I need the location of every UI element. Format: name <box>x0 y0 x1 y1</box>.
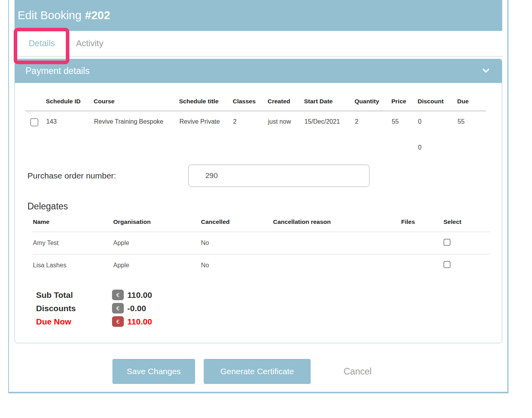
generate-certificate-button[interactable]: Generate Certificate <box>204 359 311 384</box>
cell-delegate-name: Amy Test <box>33 232 113 254</box>
col-organisation: Organisation <box>113 218 201 232</box>
delegate-row: Lisa Lashes Apple No <box>33 254 490 277</box>
select-column-header <box>25 98 46 111</box>
delegate-select-checkbox[interactable] <box>443 261 451 268</box>
cell-created: just now <box>268 111 304 129</box>
modal-title-bar: Edit Booking #202 <box>14 0 502 31</box>
delegates-header-row: Name Organisation Cancelled Cancellation… <box>33 218 490 232</box>
cell-delegate-organisation: Apple <box>113 232 201 254</box>
booking-modal: Edit Booking #202 Details Activity Payme… <box>8 0 508 393</box>
delegates-title: Delegates <box>27 201 502 212</box>
page-title: Edit Booking <box>18 9 81 22</box>
cell-delegate-cancellation-reason <box>273 254 401 277</box>
cell-delegate-organisation: Apple <box>113 254 201 277</box>
col-start-date: Start Date <box>304 98 355 111</box>
cell-course: Revive Training Bespoke <box>94 111 179 129</box>
schedule-table: Schedule ID Course Schedule title Classe… <box>25 98 486 151</box>
cell-delegate-cancelled: No <box>201 254 273 277</box>
action-buttons-row: Save Changes Generate Certificate Cancel <box>112 359 502 384</box>
discount-total-row: 0 <box>25 128 486 151</box>
col-schedule-id: Schedule ID <box>46 98 94 111</box>
col-cancelled: Cancelled <box>201 218 273 232</box>
cell-delegate-files <box>401 254 443 277</box>
col-discount: Discount <box>418 98 457 111</box>
delegate-row: Amy Test Apple No <box>33 232 490 254</box>
save-changes-button[interactable]: Save Changes <box>112 359 195 384</box>
cell-discount-total: 0 <box>418 128 457 151</box>
col-cancellation-reason: Cancellation reason <box>273 218 401 232</box>
col-files: Files <box>401 218 443 232</box>
discounts-value: -0.00 <box>127 304 146 313</box>
due-now-label: Due Now <box>36 317 112 326</box>
euro-icon: € <box>112 316 124 327</box>
col-name: Name <box>33 218 113 232</box>
cell-quantity: 2 <box>355 111 391 129</box>
col-created: Created <box>268 98 304 111</box>
tab-details[interactable]: Details <box>14 38 69 49</box>
tab-bar: Details Activity <box>14 31 502 57</box>
payment-details-panel: Payment details Schedule ID Course Sched… <box>14 59 502 343</box>
delegates-table: Name Organisation Cancelled Cancellation… <box>33 218 490 277</box>
cell-delegate-cancellation-reason <box>273 232 401 254</box>
cancel-link[interactable]: Cancel <box>344 366 372 377</box>
col-classes: Classes <box>233 98 268 111</box>
booking-number: #202 <box>85 9 110 22</box>
sub-total-label: Sub Total <box>36 290 112 300</box>
purchase-order-input[interactable] <box>188 164 370 187</box>
cell-delegate-files <box>401 232 443 254</box>
due-now-value: 110.00 <box>127 317 152 326</box>
totals-block: Sub Total € 110.00 Discounts € -0.00 Due… <box>36 288 502 328</box>
discounts-row: Discounts € -0.00 <box>36 302 502 315</box>
sub-total-value: 110.00 <box>127 290 152 300</box>
payment-details-title: Payment details <box>25 66 90 76</box>
payment-details-header: Payment details <box>15 59 502 83</box>
col-select: Select <box>443 218 490 232</box>
col-course: Course <box>94 98 179 111</box>
cell-start-date: 15/Dec/2021 <box>304 111 355 129</box>
cell-schedule-id: 143 <box>46 111 94 129</box>
delegate-select-checkbox[interactable] <box>443 239 451 246</box>
schedule-table-header-row: Schedule ID Course Schedule title Classe… <box>25 98 486 111</box>
chevron-down-icon[interactable] <box>482 66 489 73</box>
sub-total-row: Sub Total € 110.00 <box>36 288 502 302</box>
cell-discount: 0 <box>418 111 457 129</box>
cell-price: 55 <box>391 111 418 129</box>
cell-schedule-title: Revive Private <box>179 111 233 129</box>
col-price: Price <box>391 98 418 111</box>
tab-activity[interactable]: Activity <box>76 38 103 49</box>
discounts-label: Discounts <box>36 304 112 313</box>
purchase-order-label: Purchase order number: <box>27 171 188 180</box>
cell-delegate-cancelled: No <box>201 232 273 254</box>
col-quantity: Quantity <box>355 98 391 111</box>
euro-icon: € <box>112 290 124 300</box>
col-schedule-title: Schedule title <box>179 98 233 111</box>
cell-due: 55 <box>457 111 486 129</box>
cell-classes: 2 <box>233 111 268 129</box>
purchase-order-row: Purchase order number: <box>15 164 502 187</box>
euro-icon: € <box>112 303 124 314</box>
table-row: 143 Revive Training Bespoke Revive Priva… <box>25 111 486 129</box>
due-now-row: Due Now € 110.00 <box>36 315 502 328</box>
schedule-row-checkbox[interactable] <box>30 118 38 126</box>
cell-delegate-name: Lisa Lashes <box>33 254 113 277</box>
col-due: Due <box>457 98 486 111</box>
